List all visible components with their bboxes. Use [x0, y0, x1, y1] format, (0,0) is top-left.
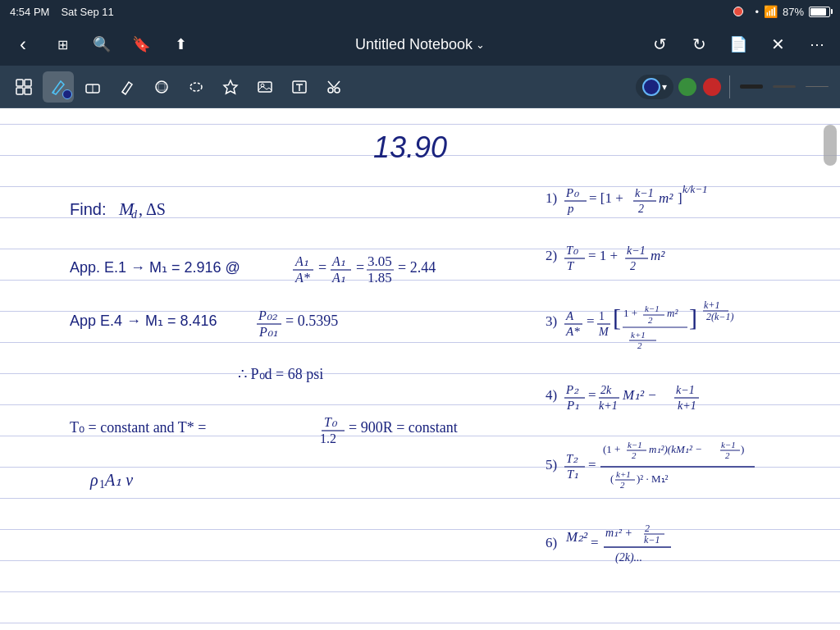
svg-text:k+1: k+1	[599, 399, 618, 412]
svg-text:k−1: k−1	[721, 440, 736, 450]
svg-text:4): 4)	[546, 387, 557, 403]
svg-text:k/k−1: k/k−1	[682, 183, 707, 195]
star-tool[interactable]	[215, 71, 246, 103]
nav-right: ↺ ↻ 📄 ✕ ⋯	[646, 31, 830, 57]
svg-text:,  ΔS: , ΔS	[139, 200, 166, 218]
back-button[interactable]: ‹	[10, 31, 36, 57]
redo-button[interactable]: ↻	[686, 31, 712, 57]
svg-text:=  1 +: = 1 +	[588, 248, 618, 263]
svg-text:3.05: 3.05	[368, 253, 392, 269]
star-icon	[221, 78, 240, 96]
svg-text:2): 2)	[546, 248, 557, 263]
thick-line-option[interactable]	[737, 72, 766, 102]
toolbar-separator	[729, 75, 730, 98]
medium-line-icon	[773, 85, 796, 88]
red-color[interactable]	[703, 78, 721, 96]
svg-text:1: 1	[599, 310, 605, 322]
svg-line-17	[334, 81, 340, 88]
undo-button[interactable]: ↺	[646, 31, 673, 57]
svg-text:2k: 2k	[600, 384, 612, 396]
eraser-tool[interactable]	[77, 71, 108, 103]
green-color[interactable]	[678, 78, 696, 96]
svg-text:m₁²  +: m₁² +	[605, 527, 632, 539]
lasso-tool[interactable]	[180, 71, 212, 103]
svg-point-16	[335, 88, 340, 93]
svg-text:= 0.5395: = 0.5395	[285, 313, 338, 329]
svg-text:2: 2	[648, 315, 653, 325]
color-selector[interactable]: ▾	[636, 75, 673, 99]
svg-text:A*: A*	[294, 271, 310, 285]
close-button[interactable]: ✕	[765, 31, 791, 57]
notebook-title[interactable]: Untitled Notebook ⌄	[207, 36, 633, 53]
svg-text:1 +: 1 +	[623, 307, 637, 319]
svg-text:k−1: k−1	[635, 187, 654, 199]
status-left: 4:54 PM Sat Sep 11	[10, 6, 114, 18]
svg-text:(: (	[610, 472, 614, 485]
scissors-tool[interactable]	[318, 71, 349, 103]
svg-point-8	[190, 83, 202, 91]
svg-text:= 2.44: = 2.44	[398, 259, 436, 276]
svg-text:k−1: k−1	[644, 534, 660, 546]
svg-text:1.85: 1.85	[368, 270, 392, 285]
bookmark-button[interactable]: 🔖	[128, 31, 154, 57]
svg-text:M₂²: M₂²	[565, 529, 588, 545]
svg-text:=  [1 +: = [1 +	[589, 190, 623, 206]
svg-text:A₁: A₁	[331, 271, 345, 285]
svg-text:1): 1)	[546, 190, 557, 206]
shapes-tool[interactable]	[146, 71, 177, 103]
svg-text:Find:: Find:	[70, 200, 106, 218]
text-icon	[290, 78, 308, 96]
image-tool[interactable]	[249, 71, 281, 103]
battery-icon	[809, 7, 830, 17]
color-dropdown-arrow[interactable]: ▾	[662, 81, 667, 93]
svg-text:m₁²)(kM₁² −: m₁²)(kM₁² −	[649, 443, 702, 455]
notebook: 13.90 Find: M d , ΔS App. E.1 → M₁ = 2.9…	[0, 108, 840, 630]
shapes-icon	[153, 78, 171, 96]
image-icon	[256, 78, 274, 96]
medium-line-option[interactable]	[769, 72, 799, 102]
pencil-icon	[118, 78, 136, 96]
page-button[interactable]: 📄	[725, 31, 751, 57]
svg-text:App. E.1 → M₁ = 2.916 @: App. E.1 → M₁ = 2.916 @	[70, 259, 240, 276]
thin-line-option[interactable]	[802, 72, 832, 102]
svg-text:k+1: k+1	[616, 469, 631, 479]
svg-text:2: 2	[645, 523, 650, 534]
apps-button[interactable]: ⊞	[49, 31, 75, 57]
svg-text:2: 2	[638, 203, 644, 215]
svg-text:P₂: P₂	[565, 383, 579, 396]
svg-text:ρ: ρ	[89, 471, 98, 490]
svg-text:=: =	[587, 313, 595, 329]
svg-point-15	[328, 88, 333, 93]
svg-text:1: 1	[99, 478, 105, 491]
svg-rect-0	[16, 80, 23, 86]
text-tool[interactable]	[284, 71, 315, 103]
search-button[interactable]: 🔍	[89, 31, 115, 57]
record-icon	[733, 7, 743, 16]
svg-text:2: 2	[632, 450, 637, 460]
svg-text:k−1: k−1	[676, 384, 695, 396]
panels-icon	[15, 78, 33, 96]
svg-text:M₁²  −: M₁² −	[622, 387, 657, 403]
svg-text:A₁: A₁	[331, 254, 345, 268]
svg-line-6	[122, 92, 126, 94]
dropdown-icon: ⌄	[476, 39, 485, 51]
battery-percentage: 87%	[783, 6, 804, 18]
pen-tool[interactable]	[43, 71, 74, 103]
navy-color[interactable]	[642, 78, 660, 96]
svg-text:13.90: 13.90	[373, 130, 447, 164]
handwriting-svg: 13.90 Find: M d , ΔS App. E.1 → M₁ = 2.9…	[0, 108, 840, 630]
panels-tool[interactable]	[8, 71, 39, 103]
svg-text:T₀: T₀	[324, 415, 338, 429]
scissors-icon	[325, 78, 343, 96]
share-button[interactable]: ⬆	[167, 31, 194, 57]
svg-text:=: =	[588, 457, 596, 472]
time-display: 4:54 PM	[10, 6, 49, 18]
pencil-tool[interactable]	[112, 71, 143, 103]
svg-text:T₀: T₀	[566, 244, 578, 257]
svg-text:6): 6)	[546, 535, 557, 550]
pen-color-indicator	[62, 89, 72, 99]
svg-text:=: =	[318, 259, 326, 276]
svg-text:2(k−1): 2(k−1)	[706, 311, 733, 322]
more-button[interactable]: ⋯	[804, 31, 830, 57]
bluetooth-icon: •	[755, 6, 759, 18]
